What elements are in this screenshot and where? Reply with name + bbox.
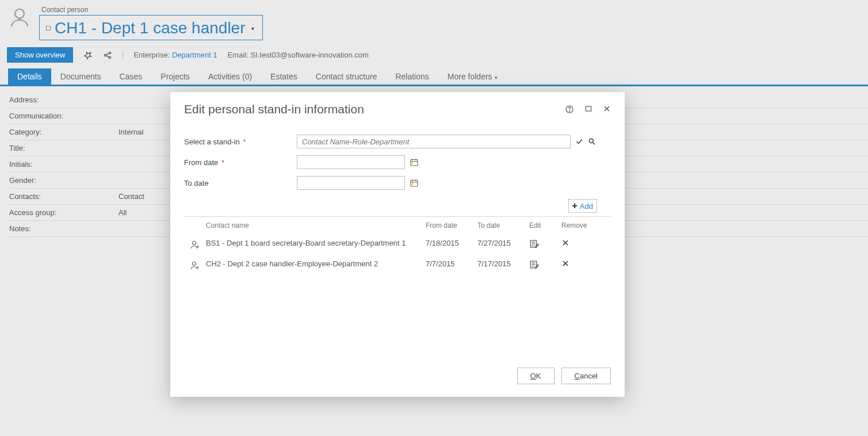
calendar-icon[interactable] <box>410 178 419 188</box>
action-bar: Show overview Enterprise: Department 1 E… <box>0 40 868 63</box>
tab-relations[interactable]: Relations <box>386 68 438 85</box>
dialog-body: Select a stand-in * From date * To date <box>170 120 625 368</box>
person-icon <box>184 259 206 271</box>
tab-more-label: More folders <box>448 72 492 81</box>
table-row: BS1 - Dept 1 board secretary-Board secre… <box>184 234 611 255</box>
tab-more-folders[interactable]: More folders▾ <box>438 68 507 85</box>
avatar <box>8 6 31 29</box>
table-header: Contact name From date To date Edit Remo… <box>184 217 611 234</box>
cell-name: CH2 - Dept 2 case handler-Employee-Depar… <box>206 259 426 268</box>
cell-to: 7/27/2015 <box>477 239 529 247</box>
tab-projects[interactable]: Projects <box>151 68 199 85</box>
confirm-icon[interactable] <box>575 137 583 146</box>
from-date-label: From date * <box>184 158 297 167</box>
ok-button[interactable]: OK <box>517 368 555 384</box>
person-icon <box>184 239 206 250</box>
select-standin-input[interactable] <box>297 135 571 148</box>
edit-standin-dialog: Edit personal stand-in information Selec… <box>170 92 625 397</box>
tab-details[interactable]: Details <box>8 68 51 85</box>
dialog-header: Edit personal stand-in information <box>170 92 625 120</box>
svg-line-6 <box>106 55 109 57</box>
svg-rect-19 <box>411 180 418 186</box>
tab-cases[interactable]: Cases <box>110 68 152 85</box>
cell-from: 7/7/2015 <box>426 259 477 268</box>
svg-line-5 <box>106 53 109 55</box>
from-date-input[interactable] <box>297 155 405 169</box>
edit-row-button[interactable] <box>529 259 561 270</box>
to-date-label: To date <box>184 179 297 188</box>
maximize-icon[interactable] <box>584 105 592 114</box>
tab-contact-structure[interactable]: Contact structure <box>307 68 387 85</box>
contact-label: Contact person <box>41 6 263 14</box>
col-from: From date <box>426 221 477 230</box>
divider <box>123 50 123 60</box>
svg-point-8 <box>569 111 569 112</box>
calendar-icon[interactable] <box>410 158 419 167</box>
contact-name: CH1 - Dept 1 case handler <box>55 19 246 37</box>
enterprise-field: Enterprise: Department 1 <box>133 51 217 59</box>
svg-point-24 <box>193 241 196 244</box>
table-row: CH2 - Dept 2 case handler-Employee-Depar… <box>184 255 611 276</box>
col-edit: Edit <box>529 221 561 230</box>
chevron-down-icon: ▾ <box>495 75 498 81</box>
svg-point-0 <box>15 9 24 18</box>
svg-rect-23 <box>412 183 413 185</box>
col-to: To date <box>477 221 529 230</box>
remove-row-button[interactable] <box>561 239 596 247</box>
edit-row-button[interactable] <box>529 239 561 249</box>
contact-select[interactable]: ☐ CH1 - Dept 1 case handler ▾ <box>39 15 263 40</box>
svg-line-13 <box>593 143 595 145</box>
svg-rect-9 <box>586 106 591 111</box>
plus-icon: + <box>572 201 578 211</box>
svg-rect-18 <box>412 163 413 164</box>
tab-documents[interactable]: Documents <box>51 68 110 85</box>
tab-bar: Details Documents Cases Projects Activit… <box>0 63 868 86</box>
email-value: SI.test03@software-innovation.com <box>250 51 368 59</box>
add-button[interactable]: + Add <box>568 199 597 213</box>
dialog-footer: OK Cancel <box>170 368 625 397</box>
email-field: Email: SI.test03@software-innovation.com <box>228 51 369 59</box>
to-date-input[interactable] <box>297 176 405 190</box>
tab-estates[interactable]: Estates <box>261 68 307 85</box>
svg-rect-14 <box>411 159 418 166</box>
enterprise-link[interactable]: Department 1 <box>172 51 217 59</box>
cancel-button[interactable]: Cancel <box>561 368 611 384</box>
svg-point-31 <box>193 262 196 265</box>
svg-point-12 <box>589 139 593 143</box>
cell-from: 7/18/2015 <box>426 239 477 247</box>
pin-icon[interactable] <box>83 51 93 60</box>
cell-name: BS1 - Dept 1 board secretary-Board secre… <box>206 239 426 247</box>
col-remove: Remove <box>561 221 596 230</box>
enterprise-label: Enterprise: <box>133 51 170 59</box>
email-label: Email: <box>228 51 248 59</box>
search-icon[interactable] <box>588 137 596 146</box>
col-contact-name: Contact name <box>206 221 426 230</box>
tab-activities[interactable]: Activities (0) <box>199 68 261 85</box>
standin-table: Contact name From date To date Edit Remo… <box>184 216 611 276</box>
remove-row-button[interactable] <box>561 259 596 267</box>
dialog-title: Edit personal stand-in information <box>184 102 364 116</box>
select-standin-label: Select a stand-in * <box>184 137 297 146</box>
share-icon[interactable] <box>103 51 112 60</box>
cell-to: 7/17/2015 <box>477 259 529 268</box>
close-icon[interactable] <box>603 105 611 114</box>
checkbox-icon: ☐ <box>45 25 51 32</box>
add-label: Add <box>580 202 593 211</box>
show-overview-button[interactable]: Show overview <box>7 47 73 63</box>
help-icon[interactable] <box>565 105 574 114</box>
chevron-down-icon: ▾ <box>251 25 254 32</box>
page-header: Contact person ☐ CH1 - Dept 1 case handl… <box>0 0 868 40</box>
